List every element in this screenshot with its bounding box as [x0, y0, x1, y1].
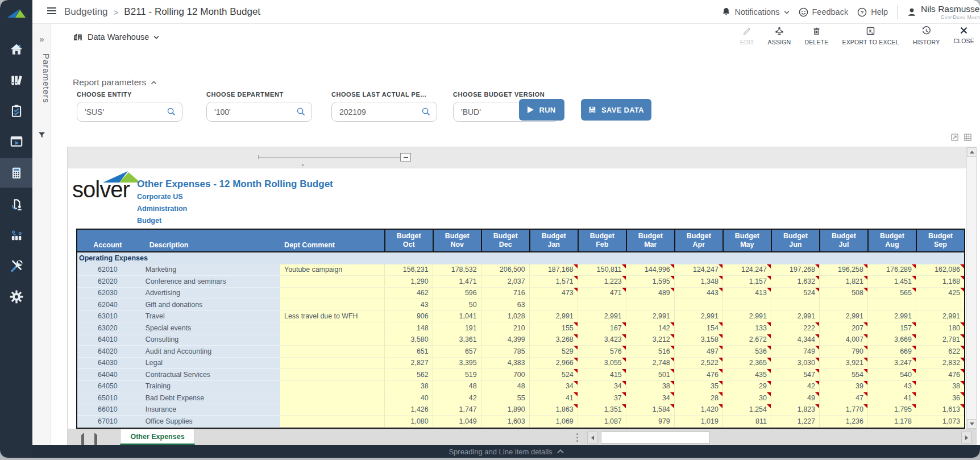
value-cell[interactable]: 157: [867, 322, 916, 334]
value-cell[interactable]: 43: [867, 381, 916, 393]
value-cell[interactable]: 34: [529, 381, 578, 393]
value-cell[interactable]: 4,399: [481, 334, 529, 346]
sidebar-item-processes[interactable]: [0, 221, 32, 250]
value-cell[interactable]: 30: [722, 392, 771, 404]
value-cell[interactable]: 979: [626, 416, 674, 428]
value-cell[interactable]: 1,157: [722, 276, 771, 288]
expand-panel-icon[interactable]: »: [32, 34, 51, 44]
search-icon[interactable]: [296, 107, 306, 117]
menu-hamburger-icon[interactable]: [47, 7, 56, 15]
value-cell[interactable]: 1,890: [481, 404, 529, 416]
value-cell[interactable]: 2,991: [578, 311, 626, 323]
value-cell[interactable]: 154: [674, 322, 722, 334]
value-cell[interactable]: 42: [433, 392, 481, 404]
value-cell[interactable]: 4,383: [481, 358, 529, 370]
value-cell[interactable]: 1,795: [867, 404, 916, 416]
sidebar-item-data-transfer[interactable]: [0, 190, 32, 219]
value-cell[interactable]: 43: [384, 299, 433, 311]
history-button[interactable]: HISTORY: [913, 26, 940, 45]
slider-track[interactable]: [258, 157, 407, 158]
hscroll-right-button[interactable]: [961, 432, 971, 444]
value-cell[interactable]: 1,080: [384, 416, 433, 428]
value-cell[interactable]: 2,037: [481, 276, 529, 288]
entity-input[interactable]: 'SUS': [77, 102, 182, 122]
dept-comment-cell[interactable]: [280, 334, 384, 346]
run-button[interactable]: RUN: [519, 99, 564, 121]
value-cell[interactable]: 2,991: [771, 311, 819, 323]
value-cell[interactable]: 3,055: [578, 358, 626, 370]
value-cell[interactable]: 48: [433, 381, 481, 393]
feedback-button[interactable]: Feedback: [799, 7, 849, 17]
hscroll-left-button[interactable]: [587, 432, 597, 444]
department-input[interactable]: '100': [206, 102, 312, 122]
value-cell[interactable]: 1,087: [578, 416, 626, 428]
value-cell[interactable]: 144,996: [626, 264, 674, 276]
value-cell[interactable]: 906: [384, 311, 433, 323]
value-cell[interactable]: 562: [384, 369, 433, 381]
value-cell[interactable]: 462: [384, 288, 433, 300]
save-data-button[interactable]: SAVE DATA: [581, 99, 651, 121]
value-cell[interactable]: 39: [819, 381, 867, 393]
value-cell[interactable]: 596: [433, 288, 481, 300]
dept-comment-cell[interactable]: [280, 358, 384, 370]
value-cell[interactable]: 2,991: [867, 311, 916, 323]
value-cell[interactable]: 3,361: [433, 334, 481, 346]
value-cell[interactable]: 2,365: [722, 358, 771, 370]
tab-nav-right-icon[interactable]: [94, 435, 97, 445]
sidebar-item-checklist[interactable]: [0, 97, 32, 125]
value-cell[interactable]: [771, 299, 819, 311]
value-cell[interactable]: 1,584: [626, 404, 674, 416]
value-cell[interactable]: 2,991: [529, 311, 578, 323]
value-cell[interactable]: 3,212: [626, 334, 674, 346]
search-icon[interactable]: [167, 107, 176, 117]
value-cell[interactable]: 180: [916, 322, 964, 334]
value-cell[interactable]: [674, 299, 722, 311]
value-cell[interactable]: 811: [722, 416, 771, 428]
value-cell[interactable]: [867, 299, 916, 311]
value-cell[interactable]: 524: [529, 369, 578, 381]
value-cell[interactable]: 40: [384, 392, 433, 404]
data-warehouse-dropdown[interactable]: Data Warehouse: [73, 32, 159, 42]
last-actual-period-input[interactable]: 202109: [331, 102, 437, 122]
vertical-scrollbar[interactable]: [966, 147, 976, 429]
value-cell[interactable]: 2,991: [916, 311, 964, 323]
value-cell[interactable]: 176,289: [867, 264, 916, 276]
value-cell[interactable]: [578, 299, 626, 311]
value-cell[interactable]: 187,168: [529, 264, 578, 276]
value-cell[interactable]: 516: [626, 346, 674, 358]
value-cell[interactable]: 150,811: [578, 264, 626, 276]
sidebar-item-tools[interactable]: [0, 252, 32, 280]
value-cell[interactable]: 1,019: [674, 416, 722, 428]
scroll-down-button[interactable]: [967, 419, 977, 429]
value-cell[interactable]: 1,426: [384, 404, 433, 416]
value-cell[interactable]: 1,254: [722, 404, 771, 416]
value-cell[interactable]: 1,290: [384, 276, 433, 288]
value-cell[interactable]: 1,348: [674, 276, 722, 288]
value-cell[interactable]: 547: [771, 369, 819, 381]
value-cell[interactable]: [626, 299, 674, 311]
sidebar-item-report-player[interactable]: [0, 127, 32, 156]
dept-comment-cell[interactable]: [280, 322, 384, 334]
value-cell[interactable]: 148: [384, 322, 433, 334]
value-cell[interactable]: 1,821: [819, 276, 867, 288]
value-cell[interactable]: 476: [916, 369, 964, 381]
value-cell[interactable]: 38: [916, 381, 964, 393]
value-cell[interactable]: 471: [578, 288, 626, 300]
delete-button[interactable]: DELETE: [804, 26, 828, 45]
value-cell[interactable]: 1,028: [481, 311, 529, 323]
value-cell[interactable]: 210: [481, 322, 529, 334]
value-cell[interactable]: 554: [819, 369, 867, 381]
value-cell[interactable]: 1,069: [529, 416, 578, 428]
value-cell[interactable]: 178,532: [433, 264, 481, 276]
value-cell[interactable]: 1,595: [626, 276, 674, 288]
breadcrumb-section[interactable]: Budgeting: [64, 6, 108, 18]
value-cell[interactable]: 28: [674, 392, 722, 404]
value-cell[interactable]: 3,030: [771, 358, 819, 370]
search-icon[interactable]: [421, 107, 431, 117]
value-cell[interactable]: 1,747: [433, 404, 481, 416]
value-cell[interactable]: 155: [529, 322, 578, 334]
value-cell[interactable]: 37: [578, 392, 626, 404]
value-cell[interactable]: 657: [433, 346, 481, 358]
value-cell[interactable]: 3,158: [674, 334, 722, 346]
sidebar-item-budgeting[interactable]: [0, 158, 32, 188]
